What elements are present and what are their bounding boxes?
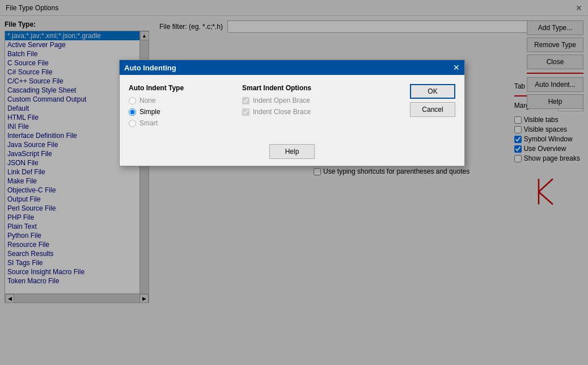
radio-label-smart: Smart: [139, 119, 158, 127]
indent-type-header: Auto Indent Type: [129, 84, 231, 92]
dialog-body: Auto Indent Type NoneSimpleSmart Smart I…: [120, 75, 464, 140]
dialog-title-bar: Auto Indenting ✕: [120, 60, 464, 75]
ok-button[interactable]: OK: [410, 84, 455, 99]
dialog-actions: OK Cancel: [410, 84, 455, 131]
smart-option-row-indent-open-brace: Indent Open Brace: [242, 97, 399, 104]
indent-type-radios: NoneSimpleSmart: [129, 97, 231, 127]
indent-type-row-smart: Smart: [129, 119, 231, 127]
dialog-footer: Help: [120, 140, 464, 166]
radio-none[interactable]: [129, 97, 136, 104]
smart-options-checkboxes: Indent Open BraceIndent Close Brace: [242, 97, 399, 116]
dialog-close-button[interactable]: ✕: [453, 63, 460, 72]
auto-indent-dialog: Auto Indenting ✕ Auto Indent Type NoneSi…: [119, 60, 465, 166]
smart-checkbox-label-indent-close-brace: Indent Close Brace: [253, 108, 311, 116]
smart-options-header: Smart Indent Options: [242, 84, 399, 92]
radio-simple[interactable]: [129, 108, 136, 116]
radio-label-none: None: [139, 97, 156, 104]
cancel-button[interactable]: Cancel: [410, 102, 455, 117]
indent-type-row-none: None: [129, 97, 231, 104]
modal-overlay: Auto Indenting ✕ Auto Indent Type NoneSi…: [0, 0, 588, 365]
smart-options-section: Smart Indent Options Indent Open BraceIn…: [242, 84, 399, 131]
smart-checkbox-indent-open-brace[interactable]: [242, 97, 249, 104]
radio-label-simple: Simple: [139, 108, 160, 116]
dialog-title: Auto Indenting: [124, 64, 176, 72]
radio-smart[interactable]: [129, 120, 136, 127]
indent-type-row-simple: Simple: [129, 108, 231, 116]
smart-checkbox-label-indent-open-brace: Indent Open Brace: [253, 97, 310, 104]
dialog-help-button[interactable]: Help: [269, 144, 315, 159]
indent-type-section: Auto Indent Type NoneSimpleSmart: [129, 84, 231, 131]
smart-option-row-indent-close-brace: Indent Close Brace: [242, 108, 399, 116]
smart-checkbox-indent-close-brace[interactable]: [242, 108, 249, 116]
